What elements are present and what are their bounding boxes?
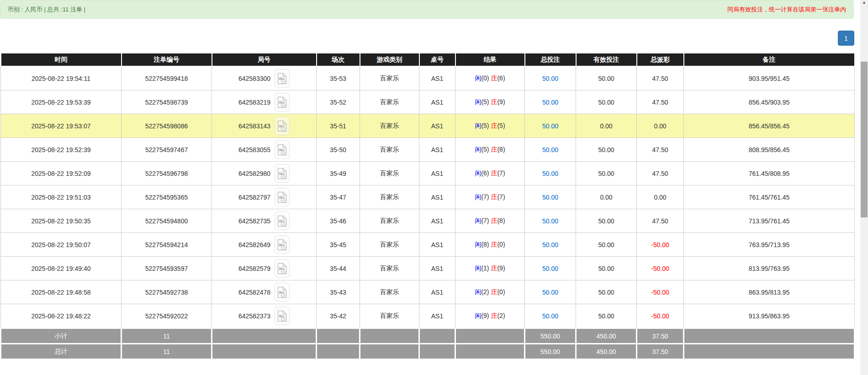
cell-remark: 808.95/856.45	[684, 138, 855, 162]
page-1-button[interactable]: 1	[838, 31, 854, 46]
col-header-total-bet: 总投注	[525, 53, 576, 66]
cell-round-id: 642582478	[212, 280, 317, 304]
video-replay-button[interactable]	[275, 306, 290, 325]
table-row: 2025-08-22 19:50:07 522754594214 6425826…	[1, 233, 855, 257]
banker-result-label: 庄	[491, 217, 497, 224]
cell-session: 35-51	[317, 114, 360, 138]
cell-bet-id: 522754599418	[122, 66, 212, 90]
player-result-score: (5)	[481, 146, 489, 153]
video-replay-button[interactable]	[275, 188, 290, 206]
video-file-icon	[277, 191, 287, 203]
cell-result: 闲(8) 庄(0)	[455, 233, 525, 257]
video-file-icon	[277, 120, 287, 132]
total-bet-link[interactable]: 50.00	[542, 99, 558, 106]
total-bet-link[interactable]: 50.00	[542, 241, 558, 248]
round-id-text: 642582735	[238, 217, 270, 225]
cell-session: 35-53	[317, 66, 360, 90]
cell-result: 闲(7) 庄(7)	[455, 185, 525, 209]
cell-bet-id: 522754594800	[122, 209, 212, 233]
col-header-valid-bet: 有效投注	[576, 53, 637, 66]
subtotal-count: 11	[122, 328, 212, 344]
cell-result: 闲(1) 庄(9)	[455, 257, 525, 280]
round-id-text: 642582649	[238, 241, 270, 248]
cell-bet-id: 522754593597	[122, 257, 212, 280]
bet-records-table: 时间 注单编号 局号 场次 游戏类别 桌号 结果 总投注 有效投注 总派彩 备注…	[0, 53, 855, 360]
video-replay-button[interactable]	[275, 93, 290, 111]
total-bet-link[interactable]: 50.00	[542, 170, 558, 177]
video-replay-button[interactable]	[275, 140, 290, 159]
round-id-text: 642583055	[238, 146, 270, 153]
cell-total-bet: 50.00	[525, 304, 576, 328]
scrollbar-thumb[interactable]	[861, 62, 868, 217]
player-result-score: (7)	[481, 193, 489, 201]
player-result-score: (5)	[481, 122, 489, 129]
banker-result-label: 庄	[491, 312, 497, 319]
pagination: 1	[838, 31, 854, 46]
cell-payout: -50.00	[637, 257, 684, 280]
video-replay-button[interactable]	[275, 116, 290, 135]
table-row: 2025-08-22 19:53:07 522754598086 6425831…	[1, 114, 855, 138]
cell-time: 2025-08-22 19:52:09	[1, 162, 122, 185]
player-result-score: (9)	[481, 312, 489, 319]
cell-bet-id: 522754598086	[122, 114, 212, 138]
cell-payout: -50.00	[637, 280, 684, 304]
cell-table-code: AS1	[419, 162, 455, 185]
cell-session: 35-43	[317, 280, 360, 304]
video-replay-button[interactable]	[275, 235, 290, 254]
scroll-up-arrow-icon[interactable]: ▲	[860, 0, 868, 7]
total-bet-link[interactable]: 50.00	[542, 122, 558, 130]
banker-result-label: 庄	[491, 264, 497, 272]
cell-remark: 761.45/808.95	[684, 162, 855, 185]
total-bet-link[interactable]: 50.00	[542, 265, 558, 272]
cell-game-type: 百家乐	[360, 66, 419, 90]
banker-result-label: 庄	[491, 193, 497, 201]
cell-time: 2025-08-22 19:50:07	[1, 233, 122, 257]
cell-bet-id: 522754592022	[122, 304, 212, 328]
cell-session: 35-42	[317, 304, 360, 328]
total-bet-link[interactable]: 50.00	[542, 75, 558, 82]
player-result-score: (0)	[481, 74, 489, 82]
video-replay-button[interactable]	[275, 211, 290, 230]
cell-valid-bet: 50.00	[576, 138, 637, 162]
video-replay-button[interactable]	[275, 164, 290, 183]
cell-total-bet: 50.00	[525, 185, 576, 209]
cell-session: 35-47	[317, 185, 360, 209]
video-replay-button[interactable]	[275, 283, 290, 301]
banker-result-label: 庄	[491, 241, 497, 248]
cell-result: 闲(5) 庄(8)	[455, 138, 525, 162]
cell-round-id: 642582579	[212, 257, 317, 280]
banker-result-label: 庄	[491, 146, 497, 153]
vertical-scrollbar[interactable]: ▲	[860, 0, 868, 375]
round-id-text: 642583300	[238, 75, 270, 82]
banker-result-label: 庄	[491, 169, 497, 177]
cell-payout: 47.50	[637, 90, 684, 114]
banker-result-label: 庄	[491, 288, 497, 296]
player-result-label: 闲	[475, 241, 481, 248]
table-row: 2025-08-22 19:51:03 522754595365 6425827…	[1, 185, 855, 209]
cell-result: 闲(7) 庄(8)	[455, 209, 525, 233]
cell-bet-id: 522754598739	[122, 90, 212, 114]
cell-result: 闲(2) 庄(0)	[455, 280, 525, 304]
total-bet-link[interactable]: 50.00	[542, 312, 558, 320]
cell-time: 2025-08-22 19:54:11	[1, 66, 122, 90]
video-replay-button[interactable]	[275, 259, 290, 278]
col-header-remark: 备注	[684, 53, 855, 66]
video-replay-button[interactable]	[275, 69, 290, 88]
total-bet-link[interactable]: 50.00	[542, 289, 558, 296]
subtotal-valid-bet: 450.00	[576, 328, 637, 344]
cell-payout: 47.50	[637, 162, 684, 185]
total-bet-link[interactable]: 50.00	[542, 146, 558, 153]
cell-total-bet: 50.00	[525, 209, 576, 233]
round-id-text: 642583219	[238, 99, 270, 106]
banker-result-score: (9)	[497, 98, 505, 106]
banker-result-score: (9)	[497, 264, 505, 272]
round-id-text: 642582579	[238, 265, 270, 272]
cell-payout: -50.00	[637, 304, 684, 328]
total-bet-link[interactable]: 50.00	[542, 194, 558, 201]
cell-payout: 0.00	[637, 114, 684, 138]
player-result-label: 闲	[475, 146, 481, 153]
banker-result-score: (8)	[497, 217, 505, 224]
total-bet-link[interactable]: 50.00	[542, 217, 558, 225]
cell-game-type: 百家乐	[360, 304, 419, 328]
video-file-icon	[277, 239, 287, 251]
